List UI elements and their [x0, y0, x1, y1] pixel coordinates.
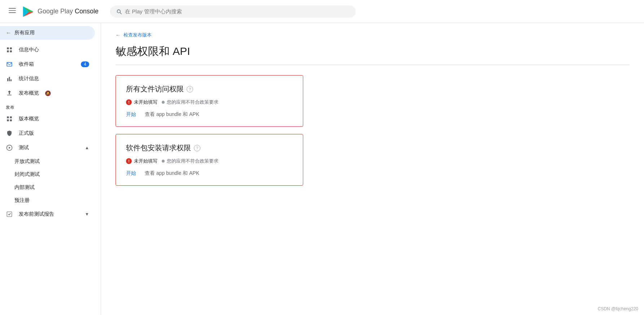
status-row-install-request: 未开始填写 您的应用不符合政策要求 [126, 158, 293, 164]
sidebar-sub-item-label: 封闭式测试 [14, 171, 40, 178]
svg-marker-20 [9, 147, 11, 149]
error-status-install-request: 未开始填写 [126, 158, 157, 164]
logo-icon [22, 5, 35, 18]
page-title: 敏感权限和 API [116, 44, 630, 65]
permission-card-file-access: 所有文件访问权限 ? 未开始填写 您的应用不符合政策要求 开始 查看 app b… [116, 75, 303, 127]
permission-card-install-request: 软件包安装请求权限 ? 未开始填写 您的应用不符合政策要求 开始 查看 app … [116, 134, 303, 186]
chevron-down-icon: ▲ [85, 145, 89, 150]
error-dot-icon-2 [126, 158, 132, 164]
sidebar-item-label: 发布概览 [19, 90, 39, 96]
play-circle-icon [6, 144, 13, 151]
inbox-icon [6, 61, 13, 68]
search-input[interactable] [125, 8, 350, 14]
publish-icon [6, 90, 13, 97]
grid-icon [6, 46, 13, 53]
version-grid-icon [6, 115, 13, 122]
sidebar-item-label: 发布前测试报告 [19, 211, 54, 217]
grey-dot-icon [162, 101, 165, 104]
sidebar-sub-item-label: 预注册 [14, 197, 30, 204]
card-title-install-request: 软件包安装请求权限 ? [126, 143, 293, 153]
sidebar-back-label: 所有应用 [14, 30, 35, 36]
main-layout: ← 所有应用 信息中心 收件箱 4 统计信息 发布概览 [0, 23, 644, 315]
grey-status-install-request: 您的应用不符合政策要求 [162, 158, 218, 164]
sidebar-item-version-overview[interactable]: 版本概览 [0, 112, 95, 126]
sidebar-item-label: 版本概览 [19, 116, 39, 122]
sidebar-item-inbox[interactable]: 收件箱 4 [0, 57, 95, 72]
watermark: CSDN @fqcheng220 [598, 306, 638, 311]
svg-rect-17 [7, 120, 9, 121]
breadcrumb[interactable]: ← 检查发布版本 [116, 23, 630, 44]
chevron-down-icon-pre-release: ▼ [85, 212, 89, 217]
breadcrumb-arrow-icon: ← [116, 32, 121, 38]
sidebar-sub-item-internal-test[interactable]: 内部测试 [0, 181, 95, 194]
svg-rect-7 [7, 47, 9, 49]
sidebar-item-publish-overview[interactable]: 发布概览 🔕 [0, 86, 95, 100]
svg-rect-11 [7, 78, 8, 81]
grey-dot-icon-2 [162, 160, 165, 163]
sidebar-item-label: 正式版 [19, 130, 34, 137]
svg-rect-9 [7, 51, 9, 52]
breadcrumb-label: 检查发布版本 [123, 32, 152, 38]
svg-rect-2 [9, 12, 16, 13]
svg-rect-13 [10, 79, 12, 81]
sidebar-item-label: 统计信息 [19, 75, 39, 82]
help-icon-install-request[interactable]: ? [194, 145, 200, 151]
logo-text: Google Play Console [38, 8, 99, 15]
help-icon-file-access[interactable]: ? [187, 86, 193, 92]
svg-rect-15 [7, 116, 9, 118]
logo: Google Play Console [22, 5, 99, 18]
search-icon [116, 8, 122, 15]
view-bundle-link-install-request[interactable]: 查看 app bundle 和 APK [145, 170, 199, 177]
svg-rect-18 [10, 120, 12, 121]
no-permission-icon: 🔕 [45, 90, 51, 96]
view-bundle-link-file-access[interactable]: 查看 app bundle 和 APK [145, 111, 199, 118]
back-arrow-icon: ← [6, 30, 12, 36]
start-link-file-access[interactable]: 开始 [126, 111, 136, 118]
sidebar-item-stats[interactable]: 统计信息 [0, 72, 95, 86]
menu-icon[interactable] [6, 4, 19, 19]
content-area: ← 检查发布版本 敏感权限和 API 所有文件访问权限 ? 未开始填写 您的应用… [101, 23, 644, 315]
svg-rect-21 [7, 212, 12, 217]
grey-status-file-access: 您的应用不符合政策要求 [162, 99, 218, 105]
error-dot-icon [126, 99, 132, 105]
sidebar-back-button[interactable]: ← 所有应用 [0, 26, 95, 40]
sidebar-sub-item-label: 内部测试 [14, 184, 35, 191]
card-actions-install-request: 开始 查看 app bundle 和 APK [126, 170, 293, 177]
sidebar-sub-item-label: 开放式测试 [14, 158, 40, 165]
svg-rect-10 [10, 51, 12, 52]
svg-rect-12 [9, 77, 10, 81]
start-link-install-request[interactable]: 开始 [126, 170, 136, 177]
header: Google Play Console [0, 0, 644, 23]
shield-icon [6, 130, 13, 137]
svg-rect-8 [10, 47, 12, 49]
sidebar-item-label: 收件箱 [19, 61, 34, 68]
status-row-file-access: 未开始填写 您的应用不符合政策要求 [126, 99, 293, 105]
card-title-file-access: 所有文件访问权限 ? [126, 84, 293, 94]
card-actions-file-access: 开始 查看 app bundle 和 APK [126, 111, 293, 118]
sidebar-sub-item-pre-register[interactable]: 预注册 [0, 194, 95, 207]
sidebar-section-publish: 发布 [0, 100, 101, 112]
inbox-badge: 4 [81, 61, 89, 67]
sidebar-item-label: 测试 [19, 144, 29, 151]
sidebar-item-release[interactable]: 正式版 [0, 126, 95, 141]
sidebar-item-label: 信息中心 [19, 47, 39, 53]
pre-release-icon [6, 211, 13, 218]
svg-rect-1 [9, 10, 16, 11]
svg-rect-16 [10, 116, 12, 118]
sidebar-item-test[interactable]: 测试 ▲ [0, 141, 95, 155]
svg-rect-0 [9, 8, 16, 9]
search-bar[interactable] [110, 5, 356, 18]
error-status-file-access: 未开始填写 [126, 99, 157, 105]
svg-rect-14 [7, 95, 12, 96]
bar-chart-icon [6, 75, 13, 82]
sidebar: ← 所有应用 信息中心 收件箱 4 统计信息 发布概览 [0, 23, 101, 315]
sidebar-item-dashboard[interactable]: 信息中心 [0, 43, 95, 57]
sidebar-sub-item-open-test[interactable]: 开放式测试 [0, 155, 95, 168]
sidebar-item-pre-release[interactable]: 发布前测试报告 ▼ [0, 207, 95, 221]
sidebar-sub-item-closed-test[interactable]: 封闭式测试 [0, 168, 95, 181]
